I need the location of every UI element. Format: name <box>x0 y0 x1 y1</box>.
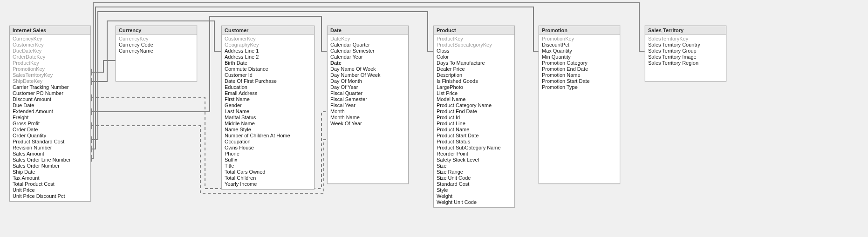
table-promotion[interactable]: PromotionPromotionKeyDiscountPctMax Quan… <box>539 26 620 184</box>
field[interactable]: GeographyKey <box>225 42 311 48</box>
field[interactable]: Fiscal Year <box>330 102 405 108</box>
field[interactable]: Model Name <box>437 96 512 102</box>
field[interactable]: Yearly Income <box>225 181 311 187</box>
field[interactable]: Product Line <box>437 121 512 127</box>
field[interactable]: Month Name <box>330 115 405 121</box>
field[interactable]: Phone <box>225 151 311 157</box>
field[interactable]: List Price <box>437 90 512 96</box>
field[interactable]: Carrier Tracking Number <box>13 84 88 90</box>
field[interactable]: Week Of Year <box>330 121 405 127</box>
field[interactable]: CurrencyName <box>119 48 194 54</box>
field[interactable]: Promotion Type <box>542 84 617 90</box>
field[interactable]: Number of Children At Home <box>225 133 311 139</box>
field[interactable]: Tax Amount <box>13 175 88 181</box>
table-header[interactable]: Currency <box>116 26 197 35</box>
field[interactable]: Sales Order Number <box>13 163 88 169</box>
field[interactable]: Calendar Year <box>330 54 405 60</box>
field[interactable]: Size Unit Code <box>437 175 512 181</box>
field[interactable]: Email Address <box>225 90 311 96</box>
field[interactable]: DiscountPct <box>542 42 617 48</box>
field[interactable]: Date <box>330 60 405 66</box>
field[interactable]: Title <box>225 163 311 169</box>
field[interactable]: Reorder Point <box>437 151 512 157</box>
field[interactable]: Calendar Semester <box>330 48 405 54</box>
field[interactable]: Weight Unit Code <box>437 199 512 205</box>
field[interactable]: Middle Name <box>225 121 311 127</box>
field[interactable]: Day Name Of Week <box>330 66 405 72</box>
field[interactable]: Month <box>330 108 405 115</box>
field[interactable]: Color <box>437 54 512 60</box>
table-internet_sales[interactable]: Internet SalesCurrencyKeyCustomerKeyDueD… <box>9 26 91 202</box>
field[interactable]: CurrencyKey <box>119 36 194 42</box>
field[interactable]: Product Start Date <box>437 133 512 139</box>
field[interactable]: Last Name <box>225 108 311 115</box>
table-header[interactable]: Promotion <box>539 26 620 35</box>
field[interactable]: Product Status <box>437 139 512 145</box>
field[interactable]: PromotionKey <box>542 36 617 42</box>
field[interactable]: Sales Territory Image <box>648 54 723 60</box>
field[interactable]: CurrencyKey <box>13 36 88 42</box>
field[interactable]: Class <box>437 48 512 54</box>
field[interactable]: Freight <box>13 115 88 121</box>
field[interactable]: Order Date <box>13 127 88 133</box>
field[interactable]: PromotionKey <box>13 66 88 72</box>
field[interactable]: Product Standard Cost <box>13 139 88 145</box>
field[interactable]: Promotion Name <box>542 72 617 78</box>
field[interactable]: CustomerKey <box>13 42 88 48</box>
field[interactable]: Customer PO Number <box>13 90 88 96</box>
field[interactable]: Gender <box>225 102 311 108</box>
field[interactable]: ShipDateKey <box>13 78 88 84</box>
field[interactable]: Weight <box>437 193 512 199</box>
table-header[interactable]: Internet Sales <box>10 26 90 35</box>
field[interactable]: SalesTerritoryKey <box>648 36 723 42</box>
field[interactable]: Calendar Quarter <box>330 42 405 48</box>
field[interactable]: Sales Order Line Number <box>13 157 88 163</box>
field[interactable]: CustomerKey <box>225 36 311 42</box>
field[interactable]: Sales Amount <box>13 151 88 157</box>
field[interactable]: Marital Status <box>225 115 311 121</box>
field[interactable]: Days To Manufacture <box>437 60 512 66</box>
table-customer[interactable]: CustomerCustomerKeyGeographyKeyAddress L… <box>221 26 314 190</box>
field[interactable]: OrderDateKey <box>13 54 88 60</box>
field[interactable]: ProductKey <box>437 36 512 42</box>
field[interactable]: Dealer Price <box>437 66 512 72</box>
table-date[interactable]: DateDateKeyCalendar QuarterCalendar Seme… <box>327 26 409 184</box>
field[interactable]: Currency Code <box>119 42 194 48</box>
field[interactable]: Total Product Cost <box>13 181 88 187</box>
field[interactable]: Total Cars Owned <box>225 169 311 175</box>
table-header[interactable]: Date <box>328 26 408 35</box>
field[interactable]: SalesTerritoryKey <box>13 72 88 78</box>
field[interactable]: Is Finished Goods <box>437 78 512 84</box>
field[interactable]: Size <box>437 163 512 169</box>
field[interactable]: Ship Date <box>13 169 88 175</box>
field[interactable]: Style <box>437 187 512 193</box>
field[interactable]: Unit Price Discount Pct <box>13 193 88 199</box>
field[interactable]: ProductKey <box>13 60 88 66</box>
field[interactable]: Owns House <box>225 145 311 151</box>
field[interactable]: Date Of First Purchase <box>225 78 311 84</box>
field[interactable]: Name Style <box>225 127 311 133</box>
table-currency[interactable]: CurrencyCurrencyKeyCurrency CodeCurrency… <box>116 26 197 81</box>
table-header[interactable]: Customer <box>222 26 314 35</box>
field[interactable]: Promotion End Date <box>542 66 617 72</box>
field[interactable]: Sales Territory Country <box>648 42 723 48</box>
field[interactable]: Revision Number <box>13 145 88 151</box>
table-header[interactable]: Sales Territory <box>645 26 726 35</box>
field[interactable]: LargePhoto <box>437 84 512 90</box>
field[interactable]: Promotion Start Date <box>542 78 617 84</box>
field[interactable]: Discount Amount <box>13 96 88 102</box>
field[interactable]: Total Children <box>225 175 311 181</box>
field[interactable]: Extended Amount <box>13 108 88 115</box>
field[interactable]: Product End Date <box>437 108 512 115</box>
field[interactable]: Fiscal Quarter <box>330 90 405 96</box>
field[interactable]: Day Number Of Week <box>330 72 405 78</box>
field[interactable]: Product Id <box>437 115 512 121</box>
field[interactable]: Max Quantity <box>542 48 617 54</box>
field[interactable]: Occupation <box>225 139 311 145</box>
table-header[interactable]: Product <box>434 26 514 35</box>
field[interactable]: Product Name <box>437 127 512 133</box>
field[interactable]: Suffix <box>225 157 311 163</box>
field[interactable]: Size Range <box>437 169 512 175</box>
field[interactable]: Education <box>225 84 311 90</box>
field[interactable]: Product SubCategory Name <box>437 145 512 151</box>
